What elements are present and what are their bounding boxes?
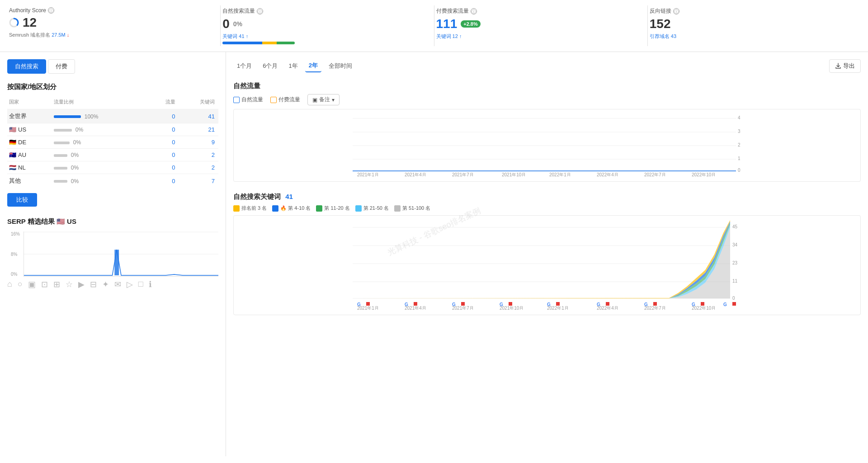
svg-text:2022年10月: 2022年10月 bbox=[692, 306, 716, 310]
svg-text:2021年10月: 2021年10月 bbox=[500, 306, 524, 310]
serp-chart-wrapper: 16% 8% 0% bbox=[24, 232, 218, 277]
organic-traffic-sub: 关键词 41 ↑ bbox=[222, 33, 425, 40]
tab-paid[interactable]: 付费 bbox=[48, 59, 75, 74]
svg-text:0: 0 bbox=[732, 296, 735, 301]
kw-4-10-checkbox[interactable] bbox=[272, 205, 278, 212]
time-range-buttons: 1个月 6个月 1年 2年 全部时间 bbox=[233, 60, 356, 72]
keywords-cell: 7 bbox=[179, 174, 218, 188]
traffic-ratio-cell: 0% bbox=[52, 136, 149, 149]
svg-text:2022年7月: 2022年7月 bbox=[644, 172, 666, 176]
country-name: 🇩🇪DE bbox=[7, 136, 52, 149]
authority-score-sub: Semrush 域名排名 27.5M ↓ bbox=[9, 32, 211, 38]
organic-traffic-value: 0 0% bbox=[222, 17, 425, 31]
backlinks-info-icon[interactable]: ⓘ bbox=[673, 8, 679, 14]
svg-text:2: 2 bbox=[738, 142, 741, 147]
serp-icon-triangle[interactable]: ▷ bbox=[127, 279, 133, 289]
kw-51-100-checkbox[interactable] bbox=[394, 205, 401, 212]
keyword-legend: 排名前 3 名 🔥 第 4-10 名 第 11-20 名 第 21-50 名 第… bbox=[233, 205, 861, 212]
keywords-cell: 2 bbox=[179, 149, 218, 161]
serp-icon-minus[interactable]: ⊟ bbox=[90, 279, 97, 289]
organic-traffic-title: 自然搜索流量 bbox=[222, 7, 255, 15]
svg-text:2022年7月: 2022年7月 bbox=[644, 306, 666, 310]
col-header-traffic: 流量 bbox=[149, 97, 179, 109]
kw-legend-21-50: 第 21-50 名 bbox=[355, 205, 389, 212]
svg-text:2021年10月: 2021年10月 bbox=[502, 172, 526, 176]
svg-text:2022年10月: 2022年10月 bbox=[692, 172, 716, 176]
authority-score-info-icon[interactable]: ⓘ bbox=[48, 7, 54, 14]
serp-icon-star[interactable]: ☆ bbox=[66, 279, 73, 289]
serp-icon-circle[interactable]: ○ bbox=[18, 279, 23, 289]
svg-text:34: 34 bbox=[732, 242, 738, 247]
serp-chart-area bbox=[24, 232, 218, 277]
table-row: 🇦🇺AU 0% 0 2 bbox=[7, 149, 218, 161]
traffic-cell: 0 bbox=[149, 149, 179, 161]
svg-text:2021年4月: 2021年4月 bbox=[405, 172, 426, 176]
paid-traffic-badge: +2.8% bbox=[461, 20, 481, 28]
serp-icon-link[interactable]: ⊞ bbox=[53, 279, 60, 289]
backlinks-value: 152 bbox=[650, 17, 852, 31]
country-name: 其他 bbox=[7, 174, 52, 188]
serp-icon-home[interactable]: ⌂ bbox=[7, 279, 12, 289]
time-btn-2years[interactable]: 2年 bbox=[305, 60, 321, 72]
table-row: 全世界 100% 0 41 bbox=[7, 109, 218, 123]
kw-11-20-checkbox[interactable] bbox=[316, 205, 322, 212]
paid-traffic-block: 付费搜索流量 ⓘ 111 +2.8% 关键词 12 ↑ bbox=[434, 5, 648, 46]
organic-checkbox[interactable] bbox=[233, 97, 240, 103]
kw-top3-checkbox[interactable] bbox=[233, 205, 240, 212]
serp-icon-mail[interactable]: ✉ bbox=[114, 279, 121, 289]
time-btn-6months[interactable]: 6个月 bbox=[259, 60, 281, 72]
organic-flow-section: 自然流量 自然流量 付费流量 ▣ 备注 ▾ 4 bbox=[233, 82, 861, 182]
paid-checkbox[interactable] bbox=[270, 97, 277, 103]
country-table: 国家 流量比例 流量 关键词 全世界 100% 0 41 🇺🇸US 0% 0 2… bbox=[7, 97, 218, 188]
svg-rect-56 bbox=[732, 302, 736, 306]
organic-traffic-block: 自然搜索流量 ⓘ 0 0% 关键词 41 ↑ bbox=[221, 5, 434, 46]
traffic-ratio-cell: 0% bbox=[52, 174, 149, 188]
keyword-section-title: 自然搜索关键词 41 bbox=[233, 193, 861, 201]
paid-traffic-value: 111 +2.8% bbox=[436, 17, 638, 31]
organic-flow-legend: 自然流量 付费流量 ▣ 备注 ▾ bbox=[233, 94, 861, 105]
col-header-country: 国家 bbox=[7, 97, 52, 109]
export-icon bbox=[835, 63, 841, 69]
paid-traffic-info-icon[interactable]: ⓘ bbox=[471, 8, 477, 14]
metrics-bar: Authority Score ⓘ 12 Semrush 域名排名 27.5M … bbox=[0, 0, 868, 52]
serp-icon-play[interactable]: ▶ bbox=[78, 279, 85, 289]
svg-text:2022年4月: 2022年4月 bbox=[597, 306, 618, 310]
serp-section: SERP 精选结果 🇺🇸 US 16% 8% 0% bbox=[7, 217, 218, 289]
traffic-cell: 0 bbox=[149, 109, 179, 123]
legend-paid: 付费流量 bbox=[270, 96, 300, 104]
time-btn-1month[interactable]: 1个月 bbox=[233, 60, 255, 72]
svg-text:23: 23 bbox=[732, 260, 738, 265]
compare-button[interactable]: 比较 bbox=[7, 193, 37, 207]
svg-rect-46 bbox=[509, 302, 512, 306]
serp-icon-square[interactable]: □ bbox=[138, 279, 143, 289]
authority-score-block: Authority Score ⓘ 12 Semrush 域名排名 27.5M … bbox=[7, 5, 221, 46]
serp-icon-info[interactable]: ℹ bbox=[149, 279, 152, 289]
note-button[interactable]: ▣ 备注 ▾ bbox=[307, 94, 340, 105]
svg-rect-42 bbox=[414, 302, 417, 306]
svg-marker-35 bbox=[353, 225, 730, 298]
time-btn-1year[interactable]: 1年 bbox=[285, 60, 301, 72]
kw-21-50-checkbox[interactable] bbox=[355, 205, 362, 212]
svg-text:2021年1月: 2021年1月 bbox=[357, 172, 379, 176]
country-name: 全世界 bbox=[7, 109, 52, 123]
authority-score-title: Authority Score bbox=[9, 7, 46, 14]
left-panel: 自然搜索 付费 按国家/地区划分 国家 流量比例 流量 关键词 全世界 100%… bbox=[0, 52, 226, 456]
kw-legend-4-10: 🔥 第 4-10 名 bbox=[272, 205, 311, 212]
organic-traffic-info-icon[interactable]: ⓘ bbox=[257, 8, 263, 14]
kw-legend-11-20: 第 11-20 名 bbox=[316, 205, 349, 212]
country-name: 🇦🇺AU bbox=[7, 149, 52, 161]
serp-icon-grid[interactable]: ⊡ bbox=[41, 279, 48, 289]
svg-text:0: 0 bbox=[738, 168, 741, 173]
tab-organic[interactable]: 自然搜索 bbox=[7, 59, 46, 74]
backlinks-block: 反向链接 ⓘ 152 引荐域名 43 bbox=[648, 5, 861, 46]
keywords-cell: 9 bbox=[179, 136, 218, 149]
export-button[interactable]: 导出 bbox=[829, 59, 861, 73]
legend-organic: 自然流量 bbox=[233, 96, 263, 104]
serp-y-labels: 16% 8% 0% bbox=[11, 232, 20, 277]
serp-icon-sparkle[interactable]: ✦ bbox=[102, 279, 109, 289]
time-btn-all[interactable]: 全部时间 bbox=[325, 60, 356, 72]
svg-text:45: 45 bbox=[732, 224, 738, 229]
authority-score-value: 12 bbox=[9, 15, 211, 30]
svg-text:3: 3 bbox=[738, 129, 741, 134]
serp-icon-image[interactable]: ▣ bbox=[28, 279, 36, 289]
